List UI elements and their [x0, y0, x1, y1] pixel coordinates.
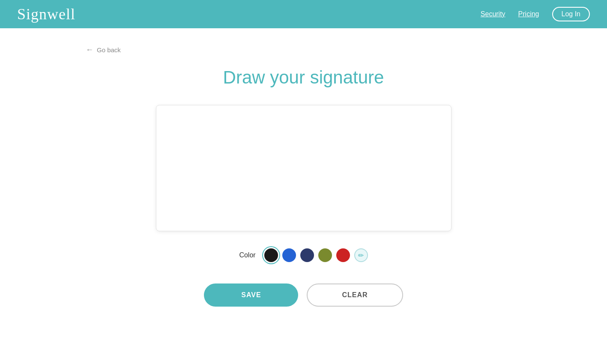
- back-link[interactable]: ← Go back: [86, 45, 121, 54]
- color-swatch-blue[interactable]: [282, 248, 296, 262]
- color-swatch-red[interactable]: [336, 248, 350, 262]
- back-arrow-icon: ←: [86, 45, 93, 54]
- signature-canvas[interactable]: [156, 105, 452, 231]
- pricing-nav-link[interactable]: Pricing: [518, 10, 539, 18]
- color-custom-picker[interactable]: ✏: [354, 248, 368, 262]
- login-button[interactable]: Log In: [552, 7, 590, 21]
- save-button[interactable]: SAVE: [204, 283, 298, 307]
- color-picker-row: Color ✏: [239, 248, 368, 262]
- pencil-icon: ✏: [358, 251, 364, 260]
- logo[interactable]: Signwell: [17, 5, 75, 23]
- color-label: Color: [239, 251, 255, 259]
- color-swatch-black[interactable]: [264, 248, 278, 262]
- color-swatch-darkblue[interactable]: [300, 248, 314, 262]
- clear-button[interactable]: CLEAR: [307, 283, 403, 307]
- main-content: ← Go back Draw your signature Color ✏ SA…: [0, 28, 607, 364]
- back-label: Go back: [97, 46, 121, 54]
- header-nav: Security Pricing Log In: [481, 7, 590, 21]
- color-swatch-olive[interactable]: [318, 248, 332, 262]
- security-nav-link[interactable]: Security: [481, 10, 505, 18]
- button-row: SAVE CLEAR: [204, 283, 403, 307]
- header: Signwell Security Pricing Log In: [0, 0, 607, 28]
- color-swatches: ✏: [264, 248, 368, 262]
- page-title: Draw your signature: [223, 67, 384, 88]
